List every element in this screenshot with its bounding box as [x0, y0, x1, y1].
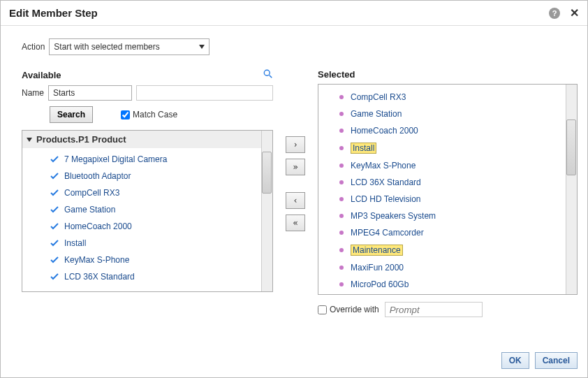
tree-root-row[interactable]: Products.P1 Product [22, 131, 272, 148]
bullet-icon [339, 282, 344, 286]
selected-item-label: MPEG4 Camcorder [351, 228, 424, 238]
override-label: Override with [330, 305, 379, 314]
move-left-button[interactable]: ‹ [286, 192, 305, 209]
chevron-down-icon [199, 45, 205, 49]
tree-item-label: CompCell RX3 [64, 188, 119, 198]
available-scrollbar[interactable] [261, 131, 272, 291]
tree-item[interactable]: KeyMax S-Phone [22, 252, 272, 268]
available-heading: Available [22, 70, 61, 80]
selected-item-label: KeyMax S-Phone [351, 161, 416, 170]
tree-item-label: Game Station [64, 205, 115, 215]
selected-item[interactable]: MP3 Speakers System [318, 208, 577, 224]
bullet-icon [339, 266, 344, 270]
name-match-value: Starts [53, 88, 75, 98]
check-icon [50, 156, 59, 163]
svg-point-0 [264, 70, 270, 75]
check-icon [50, 256, 59, 263]
selected-item[interactable]: Maintenance [318, 241, 577, 259]
tree-item[interactable]: 7 Megapixel Digital Camera [22, 151, 272, 168]
bullet-icon [339, 197, 344, 201]
selected-item-label: LCD HD Television [351, 194, 420, 204]
name-match-select[interactable]: Starts [48, 85, 132, 101]
tree-item[interactable]: LCD 36X Standard [22, 268, 272, 285]
override-with-checkbox-row[interactable]: Override with [318, 305, 379, 314]
match-case-label: Match Case [133, 110, 177, 119]
selected-list-box[interactable]: CompCell RX3Game StationHomeCoach 2000In… [318, 84, 578, 295]
tree-item[interactable]: Game Station [22, 201, 272, 218]
search-button[interactable]: Search [50, 106, 93, 123]
match-case-checkbox[interactable] [121, 110, 130, 119]
bullet-icon [339, 214, 344, 218]
selected-item-label: LCD 36X Standard [351, 177, 421, 187]
selected-item[interactable]: MPEG4 Camcorder [318, 224, 577, 241]
selected-item-label: HomeCoach 2000 [351, 126, 418, 136]
selected-item[interactable]: MicroPod 60Gb [318, 276, 577, 293]
action-label: Action [22, 42, 45, 52]
available-scroll-thumb[interactable] [262, 152, 272, 194]
search-icon[interactable] [263, 69, 273, 81]
bullet-icon [339, 95, 344, 99]
check-icon [50, 206, 59, 213]
tree-item[interactable]: HomeCoach 2000 [22, 218, 272, 235]
bullet-icon [339, 248, 344, 252]
dialog-titlebar: Edit Member Step ? ✕ [1, 1, 587, 26]
tree-item-label: 7 Megapixel Digital Camera [64, 154, 167, 164]
action-select[interactable]: Start with selected members [49, 38, 210, 55]
selected-item[interactable]: Game Station [318, 106, 577, 122]
disclosure-icon [27, 138, 32, 142]
action-select-value: Start with selected members [54, 42, 159, 52]
name-filter-input[interactable] [136, 85, 273, 101]
dialog-title: Edit Member Step [9, 7, 98, 19]
move-all-right-button[interactable]: » [286, 159, 305, 175]
bullet-icon [339, 163, 344, 168]
check-icon [50, 273, 59, 280]
selected-scroll-thumb[interactable] [566, 119, 576, 175]
selected-item[interactable]: HomeCoach 2000 [318, 122, 577, 139]
check-icon [50, 173, 59, 180]
selected-item[interactable]: Install [318, 139, 577, 157]
tree-item-label: Install [64, 238, 86, 248]
ok-button[interactable]: OK [501, 352, 529, 369]
selected-item[interactable]: CompCell RX3 [318, 89, 577, 106]
selected-item[interactable]: LCD HD Television [318, 191, 577, 208]
selected-item[interactable]: LCD 36X Standard [318, 174, 577, 191]
tree-root-label: Products.P1 Product [36, 134, 126, 145]
check-icon [50, 189, 59, 196]
selected-item[interactable]: KeyMax S-Phone [318, 157, 577, 174]
tree-item-label: HomeCoach 2000 [64, 221, 132, 231]
available-tree[interactable]: Products.P1 Product 7 Megapixel Digital … [22, 130, 273, 292]
bullet-icon [339, 129, 344, 133]
selected-item-label: MaxiFun 2000 [351, 263, 404, 272]
cancel-button[interactable]: Cancel [535, 352, 578, 369]
bullet-icon [339, 112, 344, 116]
name-label: Name [22, 88, 44, 98]
tree-item[interactable]: CompCell RX3 [22, 184, 272, 201]
selected-scrollbar[interactable] [566, 85, 577, 294]
bullet-icon [339, 180, 344, 184]
selected-item[interactable]: MaxiFun 2000 [318, 259, 577, 276]
tree-item-label: Bluetooth Adaptor [64, 171, 131, 181]
selected-item-label: CompCell RX3 [351, 92, 406, 102]
match-case-checkbox-row[interactable]: Match Case [121, 110, 177, 119]
override-with-checkbox[interactable] [318, 305, 327, 314]
edit-member-step-dialog: Edit Member Step ? ✕ Action Start with s… [0, 0, 588, 378]
tree-item-label: LCD 36X Standard [64, 272, 135, 282]
move-all-left-button[interactable]: « [286, 215, 305, 231]
tree-item[interactable]: Bluetooth Adaptor [22, 168, 272, 184]
selected-item-label: MP3 Speakers System [351, 211, 436, 221]
check-icon [50, 240, 59, 247]
check-icon [50, 223, 59, 230]
override-with-input[interactable] [385, 302, 483, 317]
help-icon[interactable]: ? [549, 8, 560, 19]
selected-heading: Selected [318, 69, 355, 80]
close-icon[interactable]: ✕ [570, 6, 579, 20]
selected-item-label: Game Station [351, 109, 402, 119]
bullet-icon [339, 146, 344, 150]
selected-item-label: MicroPod 60Gb [351, 279, 409, 289]
move-right-button[interactable]: › [286, 136, 305, 153]
selected-item-label: Install [351, 143, 376, 154]
selected-item-label: Maintenance [351, 245, 403, 256]
bullet-icon [339, 231, 344, 235]
tree-item-label: KeyMax S-Phone [64, 255, 129, 265]
tree-item[interactable]: Install [22, 235, 272, 252]
